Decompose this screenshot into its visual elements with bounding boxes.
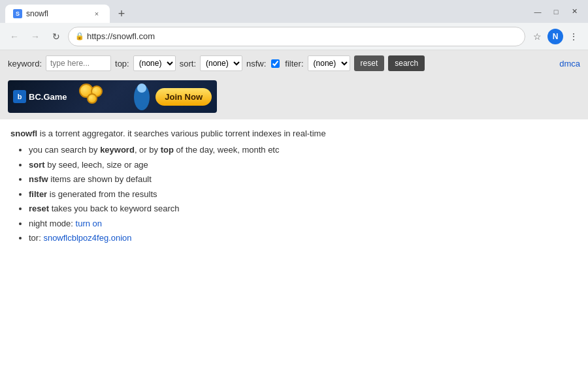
tab-bar: S snowfl × +: [5, 0, 131, 23]
filter-label: filter:: [285, 59, 303, 69]
title-bar: S snowfl × + — □ ✕: [0, 0, 588, 23]
page-content: keyword: top: (none) day week month sort…: [0, 50, 588, 368]
tor-link[interactable]: snowflcblpoz4feg.onion: [43, 233, 131, 243]
list-item: nsfw items are shown by default: [29, 173, 578, 186]
search-button[interactable]: search: [388, 55, 425, 71]
sort-label: sort:: [180, 59, 196, 69]
tab-title: snowfl: [26, 9, 88, 18]
browser-frame: S snowfl × + — □ ✕ ← → ↻ 🔒 ☆ N ⋮: [0, 0, 588, 368]
dmca-link[interactable]: dmca: [559, 59, 580, 69]
filter-bold: filter: [29, 189, 47, 199]
ad-banner[interactable]: b BC.Game Join Now: [8, 80, 217, 113]
top-select[interactable]: (none) day week month: [133, 55, 176, 71]
bc-logo-letter: b: [18, 93, 22, 100]
profile-button[interactable]: N: [547, 29, 563, 44]
url-input[interactable]: [87, 31, 518, 41]
filter-select[interactable]: (none): [308, 55, 350, 71]
minimize-button[interactable]: —: [529, 3, 546, 20]
new-tab-button[interactable]: +: [112, 5, 131, 23]
toolbar-right: ☆ N ⋮: [528, 27, 583, 46]
bc-game-name: BC.Game: [29, 92, 67, 102]
top-label: top:: [115, 59, 129, 69]
menu-button[interactable]: ⋮: [564, 27, 583, 46]
keyword-label: keyword:: [8, 59, 42, 69]
bookmark-button[interactable]: ☆: [528, 27, 546, 46]
refresh-button[interactable]: ↻: [47, 27, 65, 46]
bc-logo-box: b: [13, 90, 26, 103]
list-item: night mode: turn on: [29, 217, 578, 230]
nsfw-bold: nsfw: [29, 174, 48, 184]
night-mode-link[interactable]: turn on: [76, 219, 102, 228]
search-bar: keyword: top: (none) day week month sort…: [0, 50, 588, 76]
active-tab[interactable]: S snowfl ×: [5, 5, 110, 23]
window-controls: — □ ✕: [529, 3, 583, 20]
lock-icon: 🔒: [75, 32, 84, 40]
site-description: snowfl is a torrent aggregator. it searc…: [10, 129, 578, 138]
sort-select[interactable]: (none) seed leech size age: [200, 55, 242, 71]
sort-bold: sort: [29, 160, 45, 170]
join-now-button[interactable]: Join Now: [155, 88, 212, 106]
bc-game-logo: b BC.Game: [13, 90, 67, 103]
svg-point-1: [137, 84, 146, 93]
list-item: sort by seed, leech, size or age: [29, 159, 578, 172]
list-item: tor: snowflcblpoz4feg.onion: [29, 232, 578, 245]
main-content: snowfl is a torrent aggregator. it searc…: [0, 119, 588, 256]
maximize-button[interactable]: □: [547, 3, 564, 20]
tab-close-button[interactable]: ×: [91, 8, 102, 19]
banner-area: b BC.Game Join Now: [0, 76, 588, 119]
back-button[interactable]: ←: [5, 27, 24, 46]
address-bar[interactable]: 🔒: [68, 27, 525, 46]
tab-favicon: S: [13, 9, 22, 18]
list-item: reset takes you back to keyword search: [29, 202, 578, 215]
keyword-input[interactable]: [46, 55, 111, 71]
top-bold: top: [161, 145, 174, 155]
nsfw-label: nsfw:: [246, 59, 266, 69]
coin-icon-3: [87, 93, 97, 104]
site-name: snowfl: [10, 129, 37, 138]
banner-figure-svg: [125, 82, 158, 113]
close-window-button[interactable]: ✕: [566, 3, 583, 20]
list-item: you can search by keyword, or by top of …: [29, 144, 578, 157]
list-item: filter is generated from the results: [29, 188, 578, 201]
description-text: is a torrent aggregator. it searches var…: [40, 129, 326, 138]
reset-button[interactable]: reset: [354, 55, 385, 71]
browser-toolbar: ← → ↻ 🔒 ☆ N ⋮: [0, 23, 588, 50]
nsfw-checkbox[interactable]: [271, 59, 280, 68]
forward-button[interactable]: →: [26, 27, 44, 46]
info-list: you can search by keyword, or by top of …: [10, 144, 578, 245]
reset-bold: reset: [29, 204, 49, 213]
keyword-bold: keyword: [100, 145, 135, 155]
